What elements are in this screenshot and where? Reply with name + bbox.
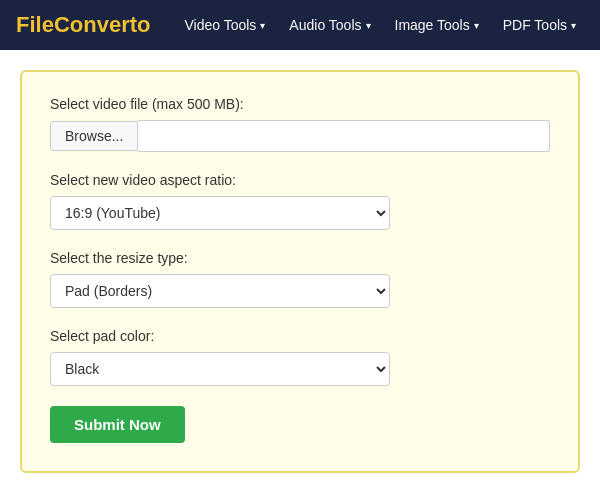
resize-type-group: Select the resize type: Pad (Borders) Cr… [50,250,550,308]
main-content: Select video file (max 500 MB): Browse..… [0,50,600,493]
navbar: FileConverto Video Tools ▾ Audio Tools ▾… [0,0,600,50]
nav-item-audio-tools[interactable]: Audio Tools ▾ [279,11,380,39]
browse-button[interactable]: Browse... [50,121,138,151]
file-select-group: Select video file (max 500 MB): Browse..… [50,96,550,152]
aspect-ratio-select[interactable]: 16:9 (YouTube) 4:3 1:1 9:16 21:9 [50,196,390,230]
nav-items: Video Tools ▾ Audio Tools ▾ Image Tools … [174,11,586,39]
nav-item-pdf-tools[interactable]: PDF Tools ▾ [493,11,586,39]
pad-color-label: Select pad color: [50,328,550,344]
brand-accent: o [137,12,150,37]
resize-type-select[interactable]: Pad (Borders) Crop Stretch [50,274,390,308]
aspect-ratio-label: Select new video aspect ratio: [50,172,550,188]
nav-item-video-tools[interactable]: Video Tools ▾ [174,11,275,39]
file-label: Select video file (max 500 MB): [50,96,550,112]
nav-item-image-tools[interactable]: Image Tools ▾ [385,11,489,39]
file-input-row: Browse... [50,120,550,152]
submit-button[interactable]: Submit Now [50,406,185,443]
aspect-ratio-group: Select new video aspect ratio: 16:9 (You… [50,172,550,230]
nav-video-tools-label: Video Tools [184,17,256,33]
pad-color-group: Select pad color: Black White Blue Red G… [50,328,550,386]
nav-image-tools-label: Image Tools [395,17,470,33]
brand-logo[interactable]: FileConverto [16,12,150,38]
chevron-down-icon: ▾ [571,20,576,31]
file-name-display [138,120,550,152]
form-container: Select video file (max 500 MB): Browse..… [20,70,580,473]
chevron-down-icon: ▾ [474,20,479,31]
pad-color-select[interactable]: Black White Blue Red Green [50,352,390,386]
nav-pdf-tools-label: PDF Tools [503,17,567,33]
nav-audio-tools-label: Audio Tools [289,17,361,33]
chevron-down-icon: ▾ [366,20,371,31]
chevron-down-icon: ▾ [260,20,265,31]
resize-type-label: Select the resize type: [50,250,550,266]
brand-text-prefix: FileConvert [16,12,137,37]
